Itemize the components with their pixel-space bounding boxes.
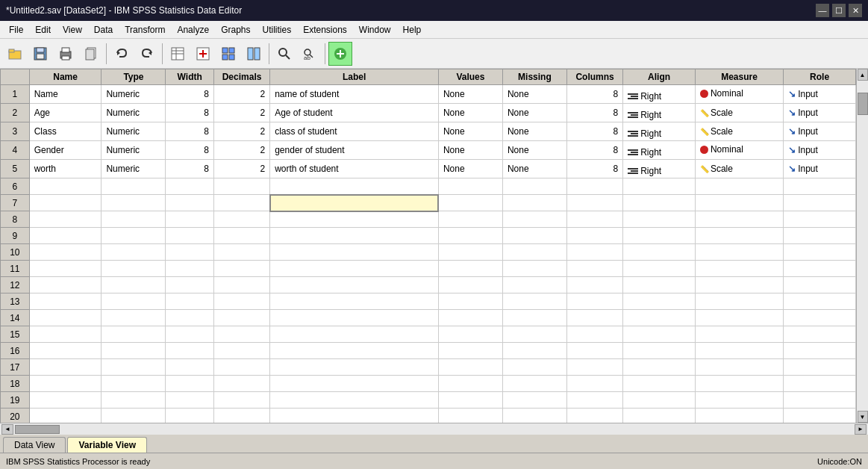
cell-decimals-empty[interactable]: [213, 228, 269, 244]
col-header-width[interactable]: Width: [166, 69, 214, 85]
cell-missing-empty[interactable]: [502, 244, 566, 261]
menu-view[interactable]: View: [57, 23, 88, 37]
tab-variable-view[interactable]: Variable View: [67, 437, 147, 453]
cell-label-empty[interactable]: [270, 409, 439, 423]
scroll-left-arrow[interactable]: ◄: [1, 424, 13, 435]
cell-missing-empty[interactable]: [502, 228, 566, 244]
cell-width[interactable]: 8: [166, 160, 214, 178]
cell-measure-empty[interactable]: [695, 310, 783, 326]
menu-data[interactable]: Data: [88, 23, 119, 37]
cell-columns-empty[interactable]: [566, 326, 622, 343]
cell-width-empty[interactable]: [166, 228, 214, 244]
cell-missing-empty[interactable]: [502, 392, 566, 409]
cell-label-empty[interactable]: [270, 343, 439, 359]
insert-cases-btn[interactable]: [191, 42, 215, 66]
cell-type-empty[interactable]: [102, 359, 166, 376]
split-btn[interactable]: [242, 42, 266, 66]
cell-columns-empty[interactable]: [566, 211, 622, 228]
cell-width-empty[interactable]: [166, 277, 214, 293]
cell-type[interactable]: Numeric: [102, 160, 166, 178]
cell-decimals-empty[interactable]: [213, 343, 269, 359]
cell-role-empty[interactable]: [784, 244, 856, 261]
cell-align[interactable]: Right: [623, 104, 696, 122]
cell-align[interactable]: Right: [623, 85, 696, 104]
cell-missing-empty[interactable]: [502, 310, 566, 326]
cell-type[interactable]: Numeric: [102, 141, 166, 160]
undo-button[interactable]: [110, 42, 134, 66]
cell-name[interactable]: Class: [29, 122, 102, 141]
cell-values[interactable]: None: [438, 141, 502, 160]
cell-width-empty[interactable]: [166, 261, 214, 277]
cell-type-empty[interactable]: [102, 326, 166, 343]
col-header-align[interactable]: Align: [623, 69, 696, 85]
find-replace-btn[interactable]: ab: [298, 42, 322, 66]
menu-window[interactable]: Window: [353, 23, 397, 37]
cell-name[interactable]: worth: [29, 160, 102, 178]
cell-measure-empty[interactable]: [695, 409, 783, 423]
col-header-type[interactable]: Type: [102, 69, 166, 85]
cell-values-empty[interactable]: [438, 310, 502, 326]
cell-decimals-empty[interactable]: [213, 261, 269, 277]
cell-values-empty[interactable]: [438, 277, 502, 293]
cell-decimals-empty[interactable]: [213, 178, 269, 195]
cell-values[interactable]: None: [438, 85, 502, 104]
cell-name-empty[interactable]: [29, 178, 102, 195]
cell-decimals[interactable]: 2: [213, 85, 269, 104]
cell-columns-empty[interactable]: [566, 195, 622, 211]
cell-type-empty[interactable]: [102, 277, 166, 293]
cell-name-empty[interactable]: [29, 293, 102, 310]
cell-align-empty[interactable]: [623, 376, 696, 392]
cell-decimals-empty[interactable]: [213, 326, 269, 343]
cell-values-empty[interactable]: [438, 178, 502, 195]
cell-role-empty[interactable]: [784, 211, 856, 228]
cell-width-empty[interactable]: [166, 359, 214, 376]
cell-measure-empty[interactable]: [695, 376, 783, 392]
scroll-down-arrow[interactable]: ▼: [858, 411, 868, 423]
cell-type-empty[interactable]: [102, 178, 166, 195]
cell-columns[interactable]: 8: [566, 122, 622, 141]
cell-align-empty[interactable]: [623, 277, 696, 293]
cell-name-empty[interactable]: [29, 310, 102, 326]
cell-columns-empty[interactable]: [566, 261, 622, 277]
cell-columns[interactable]: 8: [566, 85, 622, 104]
cell-align-empty[interactable]: [623, 195, 696, 211]
cell-role-empty[interactable]: [784, 228, 856, 244]
cell-width-empty[interactable]: [166, 244, 214, 261]
cell-role[interactable]: ↘ Input: [784, 85, 856, 104]
cell-decimals-empty[interactable]: [213, 244, 269, 261]
col-header-values[interactable]: Values: [438, 69, 502, 85]
cell-type-empty[interactable]: [102, 376, 166, 392]
print-button[interactable]: [54, 42, 78, 66]
cell-columns-empty[interactable]: [566, 244, 622, 261]
cell-measure-empty[interactable]: [695, 211, 783, 228]
cell-width-empty[interactable]: [166, 376, 214, 392]
cell-role-empty[interactable]: [784, 376, 856, 392]
cell-name[interactable]: Gender: [29, 141, 102, 160]
scroll-up-arrow[interactable]: ▲: [858, 69, 868, 81]
cell-role-empty[interactable]: [784, 359, 856, 376]
cell-measure-empty[interactable]: [695, 293, 783, 310]
cell-columns-empty[interactable]: [566, 409, 622, 423]
cell-values-empty[interactable]: [438, 326, 502, 343]
cell-label-empty[interactable]: [270, 195, 439, 211]
cell-width[interactable]: 8: [166, 122, 214, 141]
cell-align-empty[interactable]: [623, 244, 696, 261]
cell-type-empty[interactable]: [102, 310, 166, 326]
col-header-measure[interactable]: Measure: [695, 69, 783, 85]
cell-values-empty[interactable]: [438, 261, 502, 277]
cell-align-empty[interactable]: [623, 211, 696, 228]
cell-role[interactable]: ↘ Input: [784, 141, 856, 160]
cell-label-empty[interactable]: [270, 310, 439, 326]
cell-measure[interactable]: 📏 Scale: [695, 122, 783, 141]
cell-values-empty[interactable]: [438, 376, 502, 392]
vertical-scrollbar[interactable]: ▲ ▼: [856, 69, 868, 423]
cell-columns-empty[interactable]: [566, 310, 622, 326]
cell-missing-empty[interactable]: [502, 178, 566, 195]
cell-missing[interactable]: None: [502, 122, 566, 141]
maximize-button[interactable]: ☐: [832, 4, 846, 17]
cell-decimals[interactable]: 2: [213, 122, 269, 141]
cell-role[interactable]: ↘ Input: [784, 160, 856, 178]
cell-decimals-empty[interactable]: [213, 310, 269, 326]
cell-label-empty[interactable]: [270, 211, 439, 228]
menu-utilities[interactable]: Utilities: [256, 23, 297, 37]
